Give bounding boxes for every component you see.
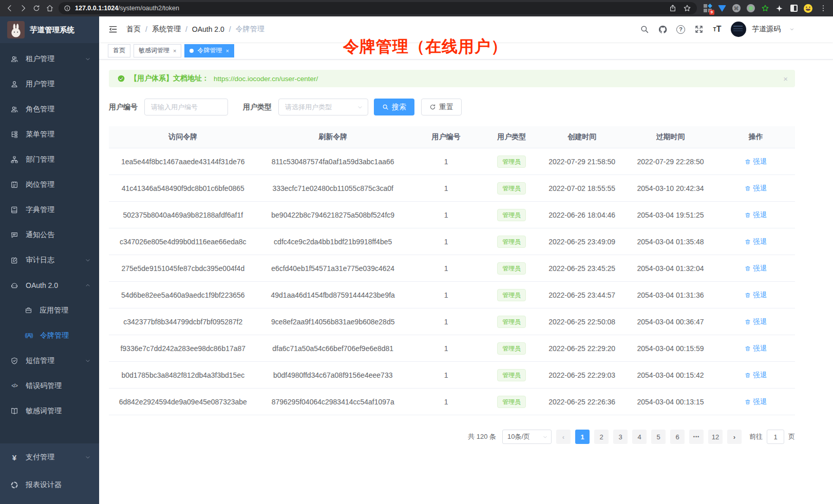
- cell-user-id: 1: [409, 362, 484, 389]
- close-icon[interactable]: ×: [173, 48, 176, 54]
- github-icon[interactable]: [658, 25, 668, 34]
- reset-button[interactable]: 重置: [421, 99, 462, 115]
- breadcrumb-home[interactable]: 首页: [126, 25, 141, 34]
- sidebar-item-audit[interactable]: 审计日志: [0, 247, 99, 273]
- user-menu-caret-icon[interactable]: [789, 27, 794, 32]
- cell-actions: 强退: [717, 362, 795, 389]
- close-icon[interactable]: ×: [225, 48, 229, 54]
- page-button-3[interactable]: 3: [613, 430, 628, 444]
- force-logout-button[interactable]: 强退: [745, 397, 767, 406]
- alert-close-icon[interactable]: ×: [783, 74, 788, 83]
- sidebar-item-dept[interactable]: 部门管理: [0, 147, 99, 172]
- page-suffix: 页: [788, 432, 795, 441]
- table-row: f9336e7c7dd242a283ee98dc86b17a87dfa6c71a…: [109, 335, 795, 362]
- sidebar-item-label: 令牌管理: [40, 331, 69, 340]
- force-logout-button[interactable]: 强退: [745, 210, 767, 220]
- force-logout-button[interactable]: 强退: [745, 157, 767, 166]
- pinwheel-extension-icon[interactable]: [775, 4, 784, 13]
- user-type-select[interactable]: 请选择用户类型: [278, 99, 368, 115]
- home-icon[interactable]: [45, 4, 54, 13]
- sidebar-item-sensitive[interactable]: 敏感词管理: [0, 398, 99, 423]
- browser-menu-icon[interactable]: [819, 4, 828, 13]
- url-bar[interactable]: 127.0.0.1:1024/system/oauth2/token: [59, 2, 697, 14]
- page-button-12[interactable]: 12: [708, 430, 723, 444]
- tab-home[interactable]: 首页: [108, 44, 130, 57]
- page-button-4[interactable]: 4: [632, 430, 647, 444]
- extension-grid-icon[interactable]: 9: [703, 4, 712, 13]
- breadcrumb-system[interactable]: 系统管理: [152, 25, 181, 34]
- cell-user-id: 1: [409, 335, 484, 362]
- force-logout-button[interactable]: 强退: [745, 371, 767, 380]
- search-icon[interactable]: [639, 25, 649, 34]
- page-button-6[interactable]: 6: [670, 430, 685, 444]
- sidebar-item-oauth[interactable]: OAuth 2.0: [0, 273, 99, 298]
- extension-badge: 9: [709, 10, 714, 15]
- share-icon[interactable]: [668, 4, 677, 13]
- prev-page-button[interactable]: ‹: [556, 430, 571, 444]
- force-logout-button[interactable]: 强退: [745, 264, 767, 273]
- bookmark-star-icon[interactable]: [683, 4, 692, 13]
- more-pages-button[interactable]: •••: [689, 430, 704, 444]
- sidebar-item-post[interactable]: 岗位管理: [0, 172, 99, 197]
- username[interactable]: 芋道源码: [752, 25, 781, 34]
- breadcrumb-oauth[interactable]: OAuth 2.0: [192, 25, 224, 33]
- sidebar-item-menu[interactable]: 菜单管理: [0, 122, 99, 147]
- sidebar-item-errcode[interactable]: </> 错误码管理: [0, 373, 99, 398]
- sidepanel-icon[interactable]: [789, 4, 798, 13]
- fullscreen-icon[interactable]: [694, 25, 704, 34]
- sidebar-item-user[interactable]: 用户管理: [0, 71, 99, 96]
- back-icon[interactable]: [5, 4, 14, 13]
- force-logout-button[interactable]: 强退: [745, 290, 767, 300]
- page-button-5[interactable]: 5: [651, 430, 666, 444]
- page-button-2[interactable]: 2: [594, 430, 609, 444]
- gem-extension-icon[interactable]: [717, 4, 726, 13]
- force-logout-button[interactable]: 强退: [745, 317, 767, 326]
- cell-expires: 2054-03-04 01:31:36: [624, 282, 716, 308]
- col-user-type: 用户类型: [483, 126, 540, 148]
- sidebar-item-tenant[interactable]: 租户管理: [0, 46, 99, 71]
- font-size-icon[interactable]: TT: [712, 25, 722, 34]
- sidebar-item-label: 字典管理: [26, 205, 54, 215]
- search-button[interactable]: 搜索: [374, 99, 414, 115]
- sidebar-item-oauth-token[interactable]: ((A)) 令牌管理: [0, 323, 99, 348]
- site-info-icon[interactable]: [64, 4, 71, 13]
- sidebar-item-sms[interactable]: 短信管理: [0, 348, 99, 373]
- forward-icon[interactable]: [18, 4, 28, 13]
- goto-page-input[interactable]: [767, 430, 784, 444]
- logo-rabbit-icon: [7, 21, 25, 38]
- tab-sensitive-words[interactable]: 敏感词管理 ×: [134, 44, 181, 57]
- cell-user-type: 管理员: [483, 202, 540, 228]
- sidebar-item-oauth-app[interactable]: 应用管理: [0, 298, 99, 323]
- sidebar-item-role[interactable]: 角色管理: [0, 96, 99, 122]
- sidebar-item-pay[interactable]: ¥ 支付管理: [0, 443, 99, 471]
- cell-access-token: c347026e805e4d99b0d116eae66eda8c: [109, 228, 257, 255]
- cell-expires: 2054-03-10 20:42:34: [624, 175, 716, 202]
- reload-icon[interactable]: [32, 4, 41, 13]
- sidebar-item-dict[interactable]: 字典管理: [0, 197, 99, 222]
- emoji-extension-icon[interactable]: [804, 4, 812, 13]
- page-button-1[interactable]: 1: [575, 430, 590, 444]
- page-size-select[interactable]: 10条/页: [502, 430, 552, 444]
- avatar[interactable]: [731, 22, 746, 37]
- user-type-badge: 管理员: [497, 316, 526, 328]
- sidebar-item-report[interactable]: 报表设计器: [0, 471, 99, 499]
- table-row: 275e5de9151045fe87cbdc395e004f4de6cfd40e…: [109, 255, 795, 282]
- cell-expires: 2054-03-04 00:36:47: [624, 308, 716, 335]
- green-star-extension-icon[interactable]: [761, 4, 769, 13]
- tab-token[interactable]: 令牌管理 ×: [184, 44, 234, 57]
- force-logout-button[interactable]: 强退: [745, 344, 767, 353]
- force-logout-button[interactable]: 强退: [745, 237, 767, 246]
- collapse-sidebar-icon[interactable]: [108, 24, 118, 34]
- user-type-badge: 管理员: [497, 342, 526, 355]
- cell-actions: 强退: [717, 389, 795, 415]
- tags-view-bar: 首页 敏感词管理 × 令牌管理 ×: [99, 42, 833, 60]
- sidebar-item-notice[interactable]: 通知公告: [0, 222, 99, 247]
- user-id-input[interactable]: [144, 99, 228, 115]
- alert-doc-link[interactable]: https://doc.iocoder.cn/user-center/: [214, 75, 318, 83]
- user-type-badge: 管理员: [497, 289, 526, 301]
- force-logout-button[interactable]: 强退: [745, 184, 767, 193]
- command-extension-icon[interactable]: ⌘: [732, 4, 741, 13]
- next-page-button[interactable]: ›: [727, 430, 742, 444]
- recorder-extension-icon[interactable]: [746, 4, 755, 13]
- help-icon[interactable]: ?: [676, 25, 685, 34]
